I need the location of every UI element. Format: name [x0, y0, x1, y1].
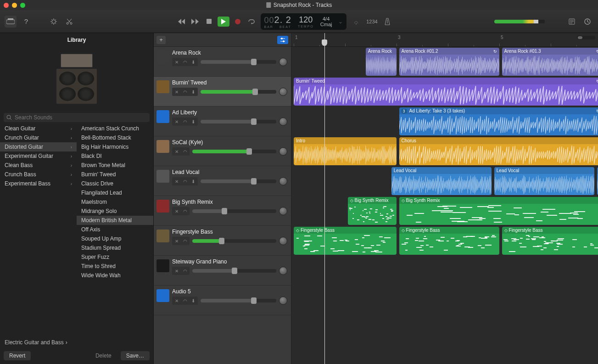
library-item[interactable]: Classic Drive — [77, 179, 153, 188]
library-item[interactable]: Black DI — [77, 151, 153, 161]
headphones-icon[interactable]: ◠ — [181, 178, 189, 185]
track-volume-slider[interactable] — [192, 269, 276, 273]
track-volume-slider[interactable] — [201, 90, 276, 94]
count-in-icon[interactable]: 1234 — [366, 16, 378, 28]
library-category-list[interactable]: Clean Guitar›Crunch Guitar›Distorted Gui… — [0, 124, 77, 336]
region[interactable]: Chorus — [399, 137, 598, 165]
region[interactable]: Arena Rock — [366, 48, 397, 76]
ruler[interactable]: 1357911 — [291, 33, 598, 47]
library-item[interactable]: Experimental Bass› — [0, 179, 77, 188]
headphones-icon[interactable]: ◠ — [181, 89, 189, 95]
region[interactable]: ◇Fingerstyle Bass — [502, 227, 598, 255]
track-header[interactable]: Ad Liberty✕◠⬇ — [154, 106, 291, 136]
region[interactable]: 3Ad Liberty: Take 3 (3 takes)↻ — [399, 107, 598, 135]
headphones-icon[interactable]: ◠ — [181, 118, 189, 125]
smart-controls-icon[interactable] — [48, 16, 60, 28]
region[interactable]: Lead Vocal — [391, 167, 492, 195]
track-pan-knob[interactable] — [279, 58, 287, 66]
track-pan-knob[interactable] — [279, 267, 287, 275]
track-pan-knob[interactable] — [279, 118, 287, 126]
mute-icon[interactable]: ✕ — [173, 238, 180, 244]
track-header[interactable]: Lead Vocal✕◠⬇ — [154, 166, 291, 196]
scissors-icon[interactable] — [63, 16, 75, 28]
input-icon[interactable]: ⬇ — [190, 59, 197, 65]
library-toggle[interactable] — [5, 16, 17, 28]
track-pan-knob[interactable] — [279, 237, 287, 245]
window-close[interactable] — [4, 3, 9, 8]
mute-icon[interactable]: ✕ — [173, 59, 180, 65]
region[interactable]: Intro — [294, 137, 397, 165]
library-item[interactable]: Burnin' Tweed — [77, 170, 153, 179]
track-header[interactable]: Big Synth Remix✕◠ — [154, 196, 291, 226]
library-item[interactable]: Modern British Metal — [77, 216, 153, 225]
region[interactable]: ◇Fingerstyle Bass — [294, 227, 397, 255]
region[interactable]: ◇Fingerstyle Bass — [399, 227, 499, 255]
headphones-icon[interactable]: ◠ — [181, 208, 189, 214]
track-header[interactable]: Fingerstyle Bass✕◠ — [154, 226, 291, 256]
record-button[interactable] — [232, 16, 243, 27]
library-item[interactable]: Time to Shred — [77, 262, 153, 271]
library-item[interactable]: Clean Guitar› — [0, 124, 77, 133]
input-icon[interactable]: ⬇ — [190, 118, 197, 125]
track-header[interactable]: Steinway Grand Piano✕◠ — [154, 256, 291, 286]
mute-icon[interactable]: ✕ — [173, 118, 180, 125]
track-lane[interactable]: Burnin' Tweed↻ — [291, 77, 598, 106]
window-zoom[interactable] — [20, 3, 25, 8]
track-lane[interactable]: ◇Big Synth Remix◇Big Synth Remix — [291, 196, 598, 226]
headphones-icon[interactable]: ◠ — [181, 297, 189, 304]
stop-button[interactable] — [204, 16, 215, 27]
input-icon[interactable]: ⬇ — [190, 178, 197, 185]
track-lane[interactable]: IntroChorus — [291, 136, 598, 166]
library-item[interactable]: Stadium Spread — [77, 243, 153, 252]
region[interactable]: Lead Vocal — [494, 167, 594, 195]
library-item[interactable]: Distorted Guitar› — [0, 142, 77, 151]
forward-button[interactable] — [190, 16, 201, 27]
track-volume-slider[interactable] — [201, 60, 276, 64]
tuner-icon[interactable] — [350, 16, 362, 28]
notepad-icon[interactable] — [566, 16, 578, 28]
track-lane[interactable]: Arena RockArena Rock #01.2↻Arena Rock #0… — [291, 47, 598, 77]
library-item[interactable]: Bell-Bottomed Stack — [77, 133, 153, 142]
track-lane[interactable]: 3Ad Liberty: Take 3 (3 takes)↻ — [291, 106, 598, 136]
horizontal-zoom[interactable] — [577, 36, 595, 39]
headphones-icon[interactable]: ◠ — [181, 59, 189, 65]
track-lane[interactable] — [291, 256, 598, 286]
library-item[interactable]: Maelstrom — [77, 197, 153, 207]
metronome-icon[interactable] — [381, 16, 393, 28]
headphones-icon[interactable]: ◠ — [181, 238, 189, 244]
track-pan-knob[interactable] — [279, 297, 287, 305]
quick-help-icon[interactable]: ? — [20, 16, 32, 28]
track-header[interactable]: Arena Rock✕◠⬇ — [154, 47, 291, 77]
library-item[interactable]: American Stack Crunch — [77, 124, 153, 133]
library-item[interactable]: Clean Bass› — [0, 161, 77, 170]
library-item[interactable]: Flangilated Lead — [77, 188, 153, 197]
library-item[interactable]: Crunch Guitar› — [0, 133, 77, 142]
track-volume-slider[interactable] — [201, 120, 276, 123]
track-volume-slider[interactable] — [201, 179, 276, 183]
track-volume-slider[interactable] — [201, 299, 276, 302]
library-item[interactable]: Super Fuzz — [77, 252, 153, 262]
region[interactable]: Burnin' Tweed↻ — [294, 78, 598, 106]
track-header-config[interactable] — [277, 36, 288, 44]
track-pan-knob[interactable] — [279, 207, 287, 215]
track-header[interactable]: Audio 5✕◠⬇ — [154, 286, 291, 315]
library-path[interactable]: Electric Guitar and Bass› — [0, 336, 153, 347]
revert-button[interactable]: Revert — [4, 351, 31, 360]
library-item[interactable]: Off Axis — [77, 225, 153, 234]
track-lane[interactable]: ◇Fingerstyle Bass◇Fingerstyle Bass◇Finge… — [291, 226, 598, 256]
play-button[interactable] — [218, 17, 229, 27]
library-item[interactable]: Crunch Bass› — [0, 170, 77, 179]
region[interactable]: Arena Rock #01.2↻ — [399, 48, 499, 76]
track-pan-knob[interactable] — [279, 88, 287, 96]
input-icon[interactable]: ⬇ — [190, 297, 197, 304]
region[interactable]: ◇Big Synth Remix — [348, 197, 397, 225]
track-pan-knob[interactable] — [279, 147, 287, 156]
save-button[interactable]: Save… — [121, 351, 150, 360]
mute-icon[interactable]: ✕ — [173, 208, 180, 214]
mute-icon[interactable]: ✕ — [173, 178, 180, 185]
playhead[interactable] — [324, 33, 325, 364]
rewind-button[interactable] — [176, 16, 187, 27]
track-header[interactable]: SoCal (Kyle)✕◠ — [154, 136, 291, 166]
track-lane[interactable] — [291, 286, 598, 315]
library-search[interactable] — [4, 113, 150, 122]
